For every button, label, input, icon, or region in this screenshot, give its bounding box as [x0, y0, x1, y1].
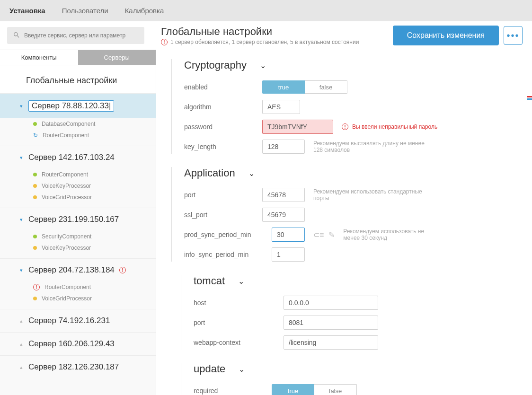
server-name: Сервер 204.72.138.184 [28, 265, 115, 275]
status-dot [33, 184, 37, 188]
prod-sync-hint: Рекомендуем использовать не менее 30 сек… [343, 228, 427, 241]
chevron-down-icon[interactable]: ⌄ [260, 61, 266, 70]
component-item[interactable]: VoiceKeyProcessor [33, 242, 156, 254]
search-input[interactable] [24, 32, 139, 39]
subtab-servers[interactable]: Серверы [78, 50, 156, 65]
sidebar-global-settings[interactable]: Глобальные настройки [0, 65, 156, 93]
server-name: Сервер 78.88.120.33| [28, 100, 114, 112]
server-item[interactable]: ▾Сервер 78.88.120.33| [0, 94, 156, 118]
status-dot [33, 195, 37, 199]
topnav-tab-install[interactable]: Установка [9, 7, 45, 15]
topnav-tab-users[interactable]: Пользователи [62, 7, 108, 15]
toggle-true[interactable]: true [272, 384, 314, 395]
toggle-required[interactable]: true false [272, 384, 357, 395]
chevron-up-icon[interactable]: ▴ [20, 341, 26, 347]
main-header: Глобальные настройки ! 1 сервер обновляе… [161, 26, 393, 45]
input-tomcat-port[interactable] [284, 316, 378, 330]
toggle-enabled[interactable]: true false [262, 80, 347, 94]
chevron-down-icon[interactable]: ⌄ [248, 169, 255, 178]
sidebar: Компоненты Серверы Глобальные настройки … [0, 50, 156, 395]
input-ssl-port[interactable] [262, 208, 305, 222]
password-error-text: Вы ввели неправильный пароль [352, 123, 437, 130]
error-icon: ! [342, 123, 348, 130]
chevron-up-icon[interactable]: ▴ [20, 364, 26, 370]
label-algorithm: algorithm [184, 103, 262, 111]
component-item[interactable]: VoiceGridProcessor [33, 293, 156, 304]
key-length-hint: Рекомендуем выставлять длину не менее 12… [313, 140, 427, 153]
reset-icon[interactable]: ⊂≡ [313, 230, 324, 239]
server-item[interactable]: ▾Сервер 231.199.150.167 [0, 208, 156, 231]
label-tomcat-port: port [194, 319, 284, 326]
input-prod-sync[interactable] [272, 228, 305, 242]
server-name: Сервер 142.167.103.24 [28, 153, 115, 162]
chevron-down-icon[interactable]: ▾ [20, 103, 26, 109]
input-webapp-context[interactable] [284, 335, 378, 350]
server-name: Сервер 182.126.230.187 [28, 362, 119, 372]
alert-icon: ! [119, 267, 126, 273]
server-name: Сервер 231.199.150.167 [28, 215, 119, 224]
top-nav: Установка Пользователи Калибровка [0, 0, 532, 21]
status-text: 1 сервер обновляется, 1 сервер остановле… [170, 39, 359, 45]
server-item[interactable]: ▾Сервер 204.72.138.184! [0, 259, 156, 281]
component-name: VoiceKeyProcessor [42, 245, 91, 251]
port-hint: Рекомендуем использовать стандартные пор… [313, 188, 427, 202]
section-cryptography: Cryptography ⌄ enabled true false algori… [171, 59, 527, 154]
edit-icon[interactable]: ✎ [328, 230, 335, 239]
chevron-down-icon[interactable]: ▾ [20, 267, 26, 273]
component-name: VoiceGridProcessor [42, 295, 92, 302]
component-name: RouterComponent [44, 284, 91, 290]
status-dot [33, 235, 37, 238]
label-enabled: enabled [184, 83, 262, 91]
server-name: Сервер 160.206.129.43 [28, 339, 115, 349]
component-item[interactable]: !RouterComponent [33, 281, 156, 293]
input-key-length[interactable] [262, 140, 305, 154]
toggle-false[interactable]: false [305, 80, 347, 94]
status-dot [33, 173, 37, 176]
toggle-false[interactable]: false [314, 384, 357, 395]
chevron-down-icon[interactable]: ▾ [20, 155, 26, 161]
server-item[interactable]: ▴Сервер 74.192.16.231 [0, 309, 156, 332]
page-title: Глобальные настройки [161, 26, 393, 38]
component-item[interactable]: VoiceKeyProcessor [33, 180, 156, 192]
search-container [7, 27, 144, 44]
component-item[interactable]: VoiceGridProcessor [33, 192, 156, 203]
component-name: VoiceKeyProcessor [42, 183, 91, 189]
label-ssl-port: ssl_port [184, 211, 262, 219]
input-host[interactable] [284, 296, 378, 310]
label-webapp-context: webapp-context [194, 339, 284, 346]
chevron-down-icon[interactable]: ⌄ [238, 277, 244, 286]
alert-icon: ! [161, 39, 168, 45]
accent-stripe [527, 96, 532, 101]
topnav-tab-calibration[interactable]: Калибровка [125, 7, 164, 15]
server-item[interactable]: ▴Сервер 160.206.129.43 [0, 333, 156, 355]
component-name: SecurityComponent [42, 233, 91, 240]
server-item[interactable]: ▴Сервер 182.126.230.187 [0, 356, 156, 378]
toggle-true[interactable]: true [262, 80, 305, 94]
component-item[interactable]: DatabaseComponent [33, 118, 156, 130]
section-title-update: update [194, 363, 225, 375]
label-password: password [184, 123, 262, 131]
component-name: RouterComponent [42, 171, 88, 178]
input-algorithm[interactable] [262, 100, 300, 114]
status-dot [33, 122, 37, 126]
component-name: RouterComponent [43, 132, 89, 139]
component-item[interactable]: ↻RouterComponent [33, 130, 156, 141]
chevron-up-icon[interactable]: ▴ [20, 318, 26, 324]
save-button[interactable]: Сохранить изменения [393, 26, 499, 45]
content: Cryptography ⌄ enabled true false algori… [156, 50, 532, 395]
component-name: DatabaseComponent [42, 121, 95, 127]
chevron-down-icon[interactable]: ▾ [20, 217, 26, 223]
section-tomcat: tomcat ⌄ host port webapp-context [181, 275, 527, 350]
component-item[interactable]: SecurityComponent [33, 231, 156, 242]
input-port[interactable] [262, 188, 305, 202]
component-item[interactable]: RouterComponent [33, 169, 156, 180]
input-info-sync[interactable] [272, 247, 305, 262]
section-title-cryptography: Cryptography [184, 59, 247, 71]
chevron-down-icon[interactable]: ⌄ [239, 365, 245, 374]
status-dot [33, 297, 37, 300]
input-password[interactable] [262, 120, 333, 134]
subtab-components[interactable]: Компоненты [0, 50, 78, 65]
more-button[interactable]: ••• [504, 26, 523, 45]
label-info-sync: info_sync_period_min [184, 251, 272, 258]
server-item[interactable]: ▾Сервер 142.167.103.24 [0, 146, 156, 169]
